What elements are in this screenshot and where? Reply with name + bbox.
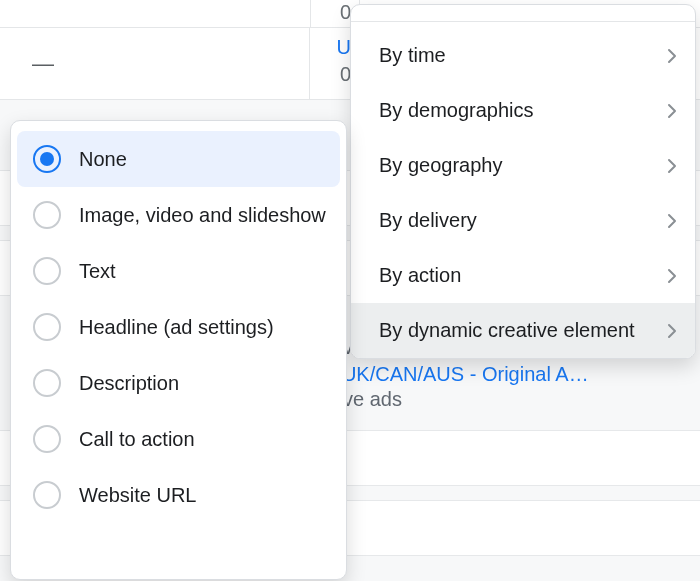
cell-placeholder: — xyxy=(0,28,310,99)
chevron-right-icon xyxy=(667,103,677,119)
breakdown-category-label: By action xyxy=(379,264,461,287)
breakdown-category-label: By dynamic creative element xyxy=(379,319,635,342)
breakdown-category-label: By demographics xyxy=(379,99,534,122)
chevron-right-icon xyxy=(667,158,677,174)
chevron-right-icon xyxy=(667,213,677,229)
breakdown-category-label: By time xyxy=(379,44,446,67)
radio-icon xyxy=(33,313,61,341)
radio-option[interactable]: Text xyxy=(17,243,340,299)
breakdown-category-item[interactable]: By demographics xyxy=(351,83,695,138)
radio-option-label: None xyxy=(79,148,127,171)
chevron-right-icon xyxy=(667,323,677,339)
radio-option[interactable]: Headline (ad settings) xyxy=(17,299,340,355)
chevron-right-icon xyxy=(667,48,677,64)
radio-icon xyxy=(33,201,61,229)
radio-option[interactable]: Description xyxy=(17,355,340,411)
partial-link[interactable]: U xyxy=(337,36,351,59)
menu-divider xyxy=(351,21,695,22)
radio-option[interactable]: Call to action xyxy=(17,411,340,467)
radio-option-label: Call to action xyxy=(79,428,195,451)
breakdown-category-item[interactable]: By dynamic creative element xyxy=(351,303,695,358)
radio-icon xyxy=(33,257,61,285)
breakdown-category-item[interactable]: By time xyxy=(351,28,695,83)
radio-icon xyxy=(33,369,61,397)
breakdown-category-label: By delivery xyxy=(379,209,477,232)
status-text: ctive ads xyxy=(323,388,688,411)
breakdown-category-menu: By timeBy demographicsBy geographyBy del… xyxy=(350,4,696,359)
breakdown-category-item[interactable]: By delivery xyxy=(351,193,695,248)
breakdown-category-item[interactable]: By geography xyxy=(351,138,695,193)
radio-option[interactable]: Website URL xyxy=(17,467,340,509)
chevron-right-icon xyxy=(667,268,677,284)
radio-option-label: Description xyxy=(79,372,179,395)
breakdown-category-label: By geography xyxy=(379,154,502,177)
radio-icon xyxy=(33,481,61,509)
radio-option[interactable]: Image, video and slideshow xyxy=(17,187,340,243)
radio-icon xyxy=(33,145,61,173)
campaign-link[interactable]: S/UK/CAN/AUS - Original A… xyxy=(323,363,688,386)
breakdown-category-item[interactable]: By action xyxy=(351,248,695,303)
radio-option-label: Headline (ad settings) xyxy=(79,316,274,339)
radio-icon xyxy=(33,425,61,453)
radio-option-label: Website URL xyxy=(79,484,196,507)
radio-option-label: Text xyxy=(79,260,116,283)
radio-option-label: Image, video and slideshow xyxy=(79,204,326,227)
dynamic-creative-radio-menu: NoneImage, video and slideshowTextHeadli… xyxy=(10,120,347,580)
radio-option[interactable]: None xyxy=(17,131,340,187)
